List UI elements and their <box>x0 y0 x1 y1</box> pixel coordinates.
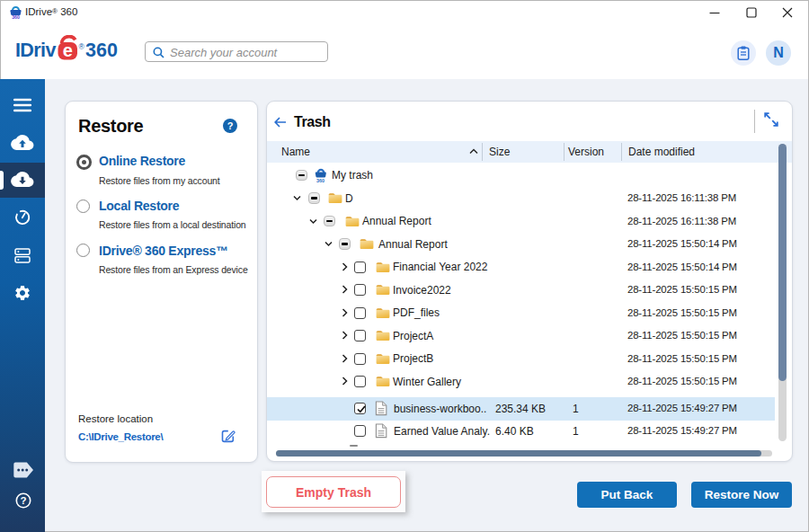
svg-text:®: ® <box>79 42 85 51</box>
svg-text:360: 360 <box>85 40 118 61</box>
svg-text:360: 360 <box>316 178 324 183</box>
svg-text:360: 360 <box>12 14 20 20</box>
svg-text:IDriv: IDriv <box>15 40 56 61</box>
svg-text:e: e <box>63 40 73 60</box>
